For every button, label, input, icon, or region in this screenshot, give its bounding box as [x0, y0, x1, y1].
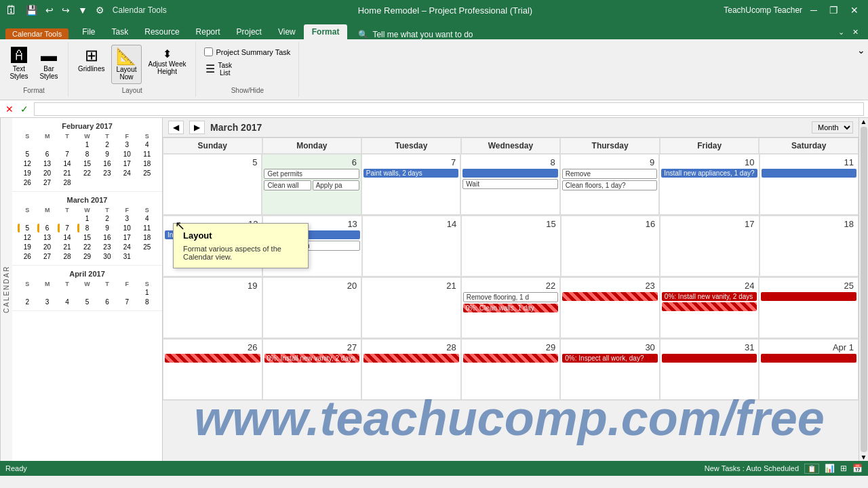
task-install-vanity-wk4c[interactable]	[363, 354, 459, 363]
tab-view[interactable]: View	[270, 24, 304, 39]
cal-prev-btn[interactable]: ◀	[168, 121, 184, 134]
ribbon-minimize[interactable]: ⌄	[834, 26, 848, 38]
layout-group-label: Layout	[122, 87, 142, 94]
undo-button[interactable]: ↩	[43, 3, 56, 17]
cal-grid-container: Sunday Monday Tuesday Wednesday Thursday…	[163, 138, 859, 461]
cell-mar29: 29	[461, 339, 561, 400]
cell-mar8: 8 Wait	[460, 154, 559, 215]
showhide-group-content: Project Summary Task ☰ TaskList	[201, 45, 293, 84]
task-apply-pa[interactable]: Apply pa	[313, 180, 359, 190]
redo-button[interactable]: ↪	[59, 3, 73, 17]
week-row-3: 19 20 21 22 Remove flooring, 1 d 0%: Cle…	[163, 277, 859, 339]
task-remove-flooring[interactable]: Remove flooring, 1 d	[463, 292, 559, 302]
tab-file[interactable]: File	[74, 24, 103, 39]
task-paint-walls[interactable]: Paint walls, 2 days	[363, 169, 458, 178]
ribbon-expand-btn[interactable]: ⌄	[857, 45, 865, 56]
task-clean-walls-0pct-cont[interactable]	[562, 292, 658, 301]
restore-button[interactable]: ❐	[825, 3, 842, 17]
layout-popup: Layout Format various aspects of the Cal…	[173, 223, 309, 268]
layout-now-button[interactable]: 📐 LayoutNow	[111, 45, 141, 84]
scroll-thumb[interactable]	[861, 127, 867, 452]
cell-mar23: 23	[560, 277, 660, 338]
tab-resource[interactable]: Resource	[136, 24, 187, 39]
scroll-down-btn[interactable]: ▼	[861, 453, 867, 461]
cal-month-title: March 2017	[210, 122, 262, 133]
feb-header: February 2017	[18, 122, 157, 130]
task-remove[interactable]: Remove	[562, 169, 657, 179]
tab-format[interactable]: Format	[304, 24, 348, 39]
vertical-scrollbar[interactable]: ▲ ▼	[859, 118, 868, 461]
tab-project[interactable]: Project	[229, 24, 270, 39]
mar-grid: S M T W T F S 1 2 3 4 5 6	[18, 207, 157, 261]
tell-me-label[interactable]: Tell me what you want to do	[372, 30, 473, 39]
task-install-vanity-wk4b[interactable]: 0%: Install new vanity, 2 days	[264, 354, 360, 363]
task-inspect-work[interactable]: 0%: Inspect all work, day?	[562, 354, 658, 363]
context-tab[interactable]: Calendar Tools	[12, 30, 62, 38]
text-styles-button[interactable]: 🅰 TextStyles	[5, 45, 33, 83]
save-button[interactable]: 💾	[23, 3, 40, 17]
showhide-group-label: Show/Hide	[231, 87, 264, 94]
formula-input[interactable]	[34, 102, 864, 116]
title-bar-left: 🗓 💾 ↩ ↪ ▼ ⚙ Calendar Tools	[5, 3, 167, 18]
status-bar-right: New Tasks : Auto Scheduled 📋 📊 ⊞ 📅	[705, 464, 863, 474]
timeline-view-btn[interactable]: 📊	[825, 464, 835, 473]
popup-text: Format various aspects of the Calendar v…	[183, 245, 298, 261]
cell-mar21: 21	[361, 277, 461, 338]
task-clean-wall[interactable]: Clean wall	[264, 180, 311, 190]
gridlines-button[interactable]: ⊞ Gridlines	[74, 45, 108, 75]
ribbon: 🅰 TextStyles ▬ BarStyles Format ⊞ Gridli…	[0, 39, 868, 100]
task-clean-walls-0pct[interactable]: 0%: Clean walls, 1 day	[463, 304, 559, 312]
task-list-button[interactable]: ☰ TaskList	[201, 59, 293, 79]
task-install-vanity-wk4[interactable]	[165, 354, 260, 363]
formula-confirm-btn[interactable]: ✓	[19, 102, 30, 116]
task-paint-walls-cont[interactable]	[462, 169, 557, 178]
customize-btn[interactable]: ⚙	[93, 3, 107, 17]
mini-calendar-march: March 2017 S M T W T F S 1 2 3 4	[12, 192, 162, 266]
adjust-height-button[interactable]: ⬍ Adjust WeekHeight	[144, 45, 191, 78]
ribbon-close[interactable]: ✕	[848, 26, 863, 38]
task-inspect-work-cont[interactable]	[662, 354, 757, 363]
cal-next-btn[interactable]: ▶	[189, 121, 205, 134]
adjust-height-icon: ⬍	[163, 47, 172, 60]
close-button[interactable]: ✕	[846, 3, 863, 17]
task-install-appliances-1b[interactable]	[762, 169, 856, 178]
sidebar-wrapper: CALENDAR February 2017 S M T W T F S 1 2	[0, 118, 163, 461]
cell-mar27: 27 0%: Install new vanity, 2 days	[262, 339, 362, 400]
task-clean-walls-0pct-cont2[interactable]	[662, 302, 757, 311]
tab-report[interactable]: Report	[188, 24, 229, 39]
cell-mar31: 31	[660, 339, 760, 400]
mar-5[interactable]: 5	[18, 224, 37, 232]
view-selector[interactable]: Month	[812, 121, 853, 134]
task-install-vanity-0pct[interactable]: 0%: Install new vanity, 2 days	[662, 292, 757, 301]
popup-title: Layout	[183, 230, 298, 241]
task-clean-floors[interactable]: Clean floors, 1 day?	[562, 180, 657, 190]
table-view-btn[interactable]: ⊞	[840, 464, 847, 473]
project-summary-task-checkbox[interactable]	[204, 47, 213, 56]
cell-mar18: 18	[760, 216, 859, 277]
cell-mar28: 28	[361, 339, 461, 400]
project-summary-task-checkbox-row[interactable]: Project Summary Task	[201, 45, 293, 59]
minimize-button[interactable]: ─	[806, 3, 821, 17]
task-mode-text: New Tasks : Auto Scheduled	[705, 464, 799, 472]
quick-access-more[interactable]: ▼	[75, 3, 90, 17]
calendar-view-btn[interactable]: 📅	[852, 464, 863, 473]
cal-nav: ◀ ▶ March 2017 Month	[163, 118, 859, 138]
task-install-vanity-wk4d[interactable]	[463, 354, 559, 363]
task-get-permits[interactable]: Get permits	[264, 169, 359, 179]
adjust-height-label: Adjust WeekHeight	[149, 60, 186, 75]
bar-styles-button[interactable]: ▬ BarStyles	[35, 45, 62, 83]
new-tasks-btn[interactable]: 📋	[804, 464, 819, 474]
task-install-appliances-1[interactable]: Install new appliances, 1 day?	[661, 169, 757, 178]
cell-mar11: 11	[760, 154, 859, 215]
ribbon-group-format: 🅰 TextStyles ▬ BarStyles Format	[0, 42, 68, 97]
scroll-up-btn[interactable]: ▲	[861, 118, 867, 125]
feb-grid: S M T W T F S 1 2 3 4 5 6 7	[18, 133, 157, 187]
user-name: TeachUcomp Teacher	[724, 5, 802, 15]
task-install-vanity-0pct-cont[interactable]	[761, 292, 856, 301]
task-inspect-work-cont2[interactable]	[761, 354, 856, 363]
status-bar: Ready New Tasks : Auto Scheduled 📋 📊 ⊞ 📅	[0, 461, 868, 476]
cell-mar7: 7 Paint walls, 2 days	[361, 154, 460, 215]
tab-task[interactable]: Task	[104, 24, 137, 39]
formula-cancel-btn[interactable]: ✕	[4, 102, 15, 116]
task-wait[interactable]: Wait	[462, 179, 557, 189]
